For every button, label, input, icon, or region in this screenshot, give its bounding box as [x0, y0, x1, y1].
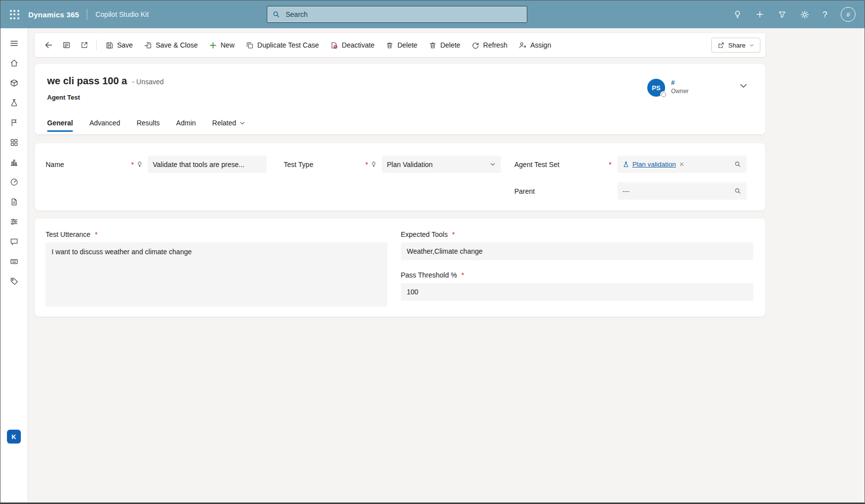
- app-launcher-icon: [10, 10, 19, 19]
- parent-field-label: Parent: [514, 187, 535, 195]
- agent-test-set-link[interactable]: Plan validation: [632, 161, 676, 168]
- app-launcher-button[interactable]: [0, 0, 28, 28]
- bar-chart-icon[interactable]: [4, 152, 24, 172]
- account-avatar[interactable]: #: [841, 7, 856, 22]
- owner-avatar: PS: [647, 79, 665, 97]
- hint-lightbulb-icon[interactable]: [136, 161, 143, 168]
- form-section-top: Name * Test Type * Plan: [35, 143, 765, 211]
- document-icon[interactable]: [4, 192, 24, 212]
- name-input[interactable]: [148, 156, 267, 173]
- trash-icon: [429, 41, 437, 50]
- expected-tools-input[interactable]: [401, 242, 753, 260]
- popout-button[interactable]: [75, 36, 93, 54]
- record-title: we cli pass 100 a: [47, 75, 127, 87]
- tab-results[interactable]: Results: [136, 112, 160, 134]
- sliders-icon[interactable]: [4, 212, 24, 231]
- plus-icon[interactable]: [755, 10, 764, 19]
- share-icon: [717, 42, 725, 49]
- form-switcher-icon: [62, 41, 71, 50]
- chevron-down-icon: [490, 161, 496, 168]
- form-section-bottom: Test Utterance * I want to discuss weath…: [35, 219, 765, 317]
- owner-name[interactable]: #: [671, 79, 688, 86]
- required-marker: *: [131, 161, 134, 168]
- required-marker: *: [609, 161, 612, 168]
- duplicate-icon: [246, 41, 254, 50]
- share-button[interactable]: Share: [711, 38, 760, 53]
- required-marker: *: [461, 271, 464, 279]
- agent-test-set-lookup[interactable]: Plan validation: [618, 156, 746, 173]
- trash-icon: [385, 41, 394, 50]
- delete-button[interactable]: Delete: [380, 36, 423, 54]
- remove-lookup-icon[interactable]: [679, 162, 684, 167]
- tab-related[interactable]: Related: [212, 112, 246, 134]
- tab-advanced[interactable]: Advanced: [89, 112, 120, 134]
- left-sidebar: K: [0, 28, 28, 503]
- name-field-label: Name: [46, 161, 64, 168]
- test-type-dropdown[interactable]: Plan Validation: [382, 156, 501, 173]
- gear-icon[interactable]: [800, 10, 809, 19]
- filter-icon[interactable]: [778, 10, 787, 19]
- chat-icon[interactable]: [4, 231, 24, 251]
- record-entity-label: Agent Test: [47, 94, 80, 101]
- search-icon: [272, 10, 280, 18]
- menu-icon[interactable]: [4, 33, 24, 53]
- presence-indicator-icon: [661, 92, 666, 97]
- brand-title[interactable]: Dynamics 365: [28, 10, 79, 19]
- help-icon[interactable]: ?: [823, 10, 827, 19]
- collapse-header-button[interactable]: [739, 81, 748, 91]
- required-marker: *: [452, 230, 455, 238]
- test-set-flask-icon: [622, 161, 629, 168]
- top-navigation-bar: Dynamics 365 Copilot Studio Kit: [0, 0, 865, 28]
- back-button[interactable]: [40, 36, 58, 54]
- owner-field[interactable]: PS # Owner: [647, 79, 688, 97]
- user-initial: K: [11, 433, 16, 441]
- test-type-value: Plan Validation: [387, 161, 432, 168]
- apps-grid-icon[interactable]: [4, 132, 24, 152]
- keyboard-icon[interactable]: [4, 251, 24, 271]
- form-switcher-button[interactable]: [58, 36, 75, 54]
- hint-lightbulb-icon[interactable]: [371, 161, 377, 168]
- refresh-icon: [471, 41, 480, 50]
- save-and-close-button[interactable]: Save & Close: [138, 36, 203, 54]
- tab-general[interactable]: General: [47, 112, 73, 134]
- new-button[interactable]: New: [203, 36, 240, 54]
- user-avatar[interactable]: K: [7, 430, 21, 444]
- expected-tools-field-label: Expected Tools: [401, 230, 448, 238]
- gauge-icon[interactable]: [4, 172, 24, 192]
- new-plus-icon: [209, 41, 217, 50]
- parent-lookup[interactable]: ---: [618, 182, 746, 200]
- box-icon[interactable]: [4, 73, 24, 93]
- back-arrow-icon: [44, 41, 53, 50]
- form-tabs: General Advanced Results Admin Related: [47, 112, 246, 134]
- parent-value: ---: [622, 187, 629, 195]
- tag-icon[interactable]: [4, 271, 24, 291]
- pass-threshold-input[interactable]: [401, 283, 753, 301]
- flag-icon[interactable]: [4, 112, 24, 132]
- test-utterance-textarea[interactable]: I want to discuss weather and climate ch…: [46, 242, 387, 307]
- test-type-field-label: Test Type: [284, 161, 313, 168]
- test-flask-icon[interactable]: [4, 93, 24, 112]
- popout-icon: [80, 41, 89, 50]
- global-search-box[interactable]: [267, 6, 527, 23]
- lightbulb-icon[interactable]: [733, 10, 742, 19]
- deactivate-button[interactable]: Deactivate: [324, 36, 380, 54]
- refresh-button[interactable]: Refresh: [466, 36, 513, 54]
- app-name[interactable]: Copilot Studio Kit: [95, 10, 148, 18]
- save-button[interactable]: Save: [100, 36, 138, 54]
- duplicate-test-case-button[interactable]: Duplicate Test Case: [240, 36, 324, 54]
- chevron-down-icon: [239, 120, 246, 126]
- lookup-search-icon[interactable]: [734, 187, 741, 195]
- required-marker: *: [366, 161, 368, 168]
- command-bar: Save Save & Close New Duplicate Test Cas…: [35, 33, 765, 57]
- assign-button[interactable]: Assign: [513, 36, 556, 54]
- record-header-card: we cli pass 100 a - Unsaved Agent Test P…: [35, 64, 765, 134]
- search-input[interactable]: [285, 10, 522, 19]
- tab-admin[interactable]: Admin: [176, 112, 196, 134]
- agent-test-set-field-label: Agent Test Set: [514, 161, 559, 168]
- command-bar-divider: [96, 40, 97, 51]
- delete-button-secondary[interactable]: Delete: [423, 36, 466, 54]
- record-save-status: - Unsaved: [132, 78, 164, 86]
- lookup-search-icon[interactable]: [734, 161, 741, 168]
- deactivate-icon: [330, 41, 338, 50]
- home-icon[interactable]: [4, 53, 24, 73]
